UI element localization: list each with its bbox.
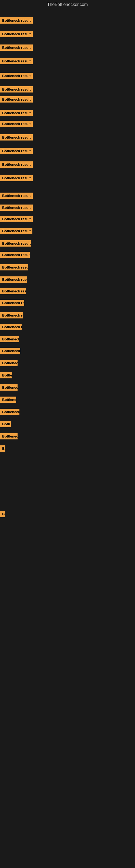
list-item: Bottleneck result: [0, 216, 33, 223]
bottleneck-result-badge[interactable]: Bottleneck r: [0, 409, 19, 415]
bottleneck-result-badge[interactable]: Bottleneck result: [0, 240, 31, 247]
bottleneck-result-badge[interactable]: B: [0, 445, 5, 452]
list-item: Bottleneck result: [0, 73, 33, 80]
bottleneck-result-badge[interactable]: Bottlene: [0, 397, 16, 403]
bottleneck-result-badge[interactable]: Bottleneck result: [0, 264, 28, 271]
list-item: Bottleneck result: [0, 58, 33, 65]
list-item: Bottleneck result: [0, 134, 33, 142]
list-item: Bottleneck result: [0, 276, 27, 284]
bottleneck-result-badge[interactable]: Bottlenec: [0, 433, 17, 439]
list-item: Bottleneck result: [0, 300, 24, 307]
list-item: Bottleneck result: [0, 86, 33, 94]
bottleneck-result-badge[interactable]: Bottleneck result: [0, 252, 30, 258]
bottleneck-result-badge[interactable]: Bottleneck result: [0, 300, 24, 306]
list-item: Bottleneck result: [0, 228, 32, 235]
bottleneck-result-badge[interactable]: Bottleneck result: [0, 121, 33, 127]
list-item: Bottleneck result: [0, 96, 33, 104]
site-title: TheBottlenecker.com: [0, 0, 135, 9]
list-item: Bottleneck result: [0, 240, 31, 248]
bottleneck-result-badge[interactable]: Bottleneck result: [0, 18, 33, 24]
list-item: Bottleneck result: [0, 288, 26, 296]
bottleneck-result-badge[interactable]: Bottle: [0, 372, 12, 378]
list-item: Bottleneck r: [0, 409, 19, 416]
bottleneck-result-badge[interactable]: Bottleneck result: [0, 161, 33, 167]
bottleneck-result-badge[interactable]: Bottleneck result: [0, 175, 33, 181]
list-item: Bottleneck result: [0, 252, 30, 259]
bottleneck-result-badge[interactable]: Bottleneck result: [0, 312, 23, 318]
list-item: Bottleneck resu: [0, 324, 21, 331]
list-item: Bottlenec: [0, 360, 17, 367]
bottleneck-result-badge[interactable]: Bottleneck result: [0, 193, 33, 199]
bottleneck-result-badge[interactable]: Bottleneck result: [0, 216, 33, 222]
list-item: Bottlene: [0, 397, 16, 404]
bottleneck-result-badge[interactable]: Bottleneck result: [0, 31, 33, 37]
bottleneck-result-badge[interactable]: Bottlenec: [0, 384, 17, 391]
bottleneck-result-badge[interactable]: Bottleneck result: [0, 44, 33, 51]
list-item: Bottleneck result: [0, 121, 33, 128]
list-item: Bottlenec: [0, 384, 17, 392]
list-item: B: [0, 511, 5, 518]
bottleneck-result-badge[interactable]: Bottleneck result: [0, 96, 33, 102]
bottleneck-result-badge[interactable]: Bottlenec: [0, 360, 17, 366]
bottleneck-result-badge[interactable]: Bottleneck result: [0, 228, 32, 234]
bottleneck-result-badge[interactable]: Bottleneck result: [0, 58, 33, 64]
bottleneck-result-badge[interactable]: B: [0, 511, 5, 517]
list-item: Bottleneck result: [0, 175, 33, 182]
bottleneck-result-badge[interactable]: Bottleneck result: [0, 276, 27, 283]
list-item: Bottleneck result: [0, 18, 33, 25]
list-item: B: [0, 445, 5, 453]
list-item: Bottleneck res: [0, 348, 20, 355]
bottleneck-result-badge[interactable]: Bottleneck result: [0, 134, 33, 141]
list-item: Bottleneck result: [0, 205, 33, 212]
bottleneck-result-badge[interactable]: Bottleneck: [0, 336, 19, 342]
list-item: Bottleneck result: [0, 44, 33, 52]
list-item: Bottleneck: [0, 336, 19, 343]
bottleneck-result-badge[interactable]: Bottleneck resu: [0, 324, 21, 330]
list-item: Bottl: [0, 421, 11, 428]
bottleneck-result-badge[interactable]: Bottleneck result: [0, 205, 33, 211]
bottleneck-result-badge[interactable]: Bottleneck result: [0, 86, 33, 93]
list-item: Bottle: [0, 372, 12, 379]
bottleneck-result-badge[interactable]: Bottleneck result: [0, 110, 33, 116]
bottleneck-result-badge[interactable]: Bottleneck res: [0, 348, 20, 354]
list-item: Bottleneck result: [0, 312, 23, 319]
list-item: Bottlenec: [0, 433, 17, 440]
list-item: Bottleneck result: [0, 193, 33, 200]
list-item: Bottleneck result: [0, 148, 33, 155]
list-item: Bottleneck result: [0, 264, 28, 272]
bottleneck-result-badge[interactable]: Bottleneck result: [0, 148, 33, 154]
bottleneck-result-badge[interactable]: Bottleneck result: [0, 288, 26, 294]
list-item: Bottleneck result: [0, 161, 33, 169]
list-item: Bottleneck result: [0, 31, 33, 38]
list-item: Bottleneck result: [0, 110, 33, 117]
bottleneck-result-badge[interactable]: Bottl: [0, 421, 11, 427]
bottleneck-result-badge[interactable]: Bottleneck result: [0, 73, 33, 79]
